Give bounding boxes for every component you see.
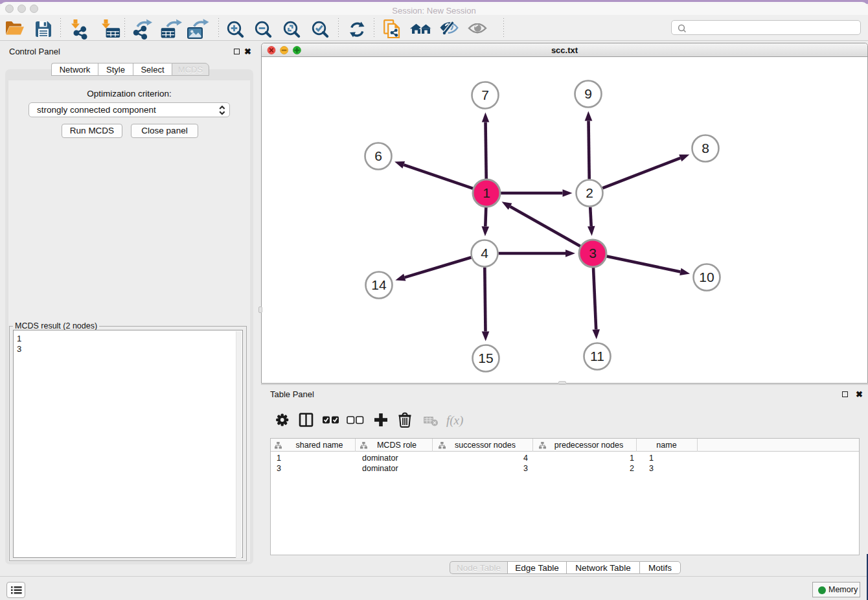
svg-text:14: 14	[371, 277, 387, 292]
svg-text:11: 11	[590, 349, 604, 363]
svg-text:10: 10	[699, 270, 714, 284]
svg-text:7: 7	[481, 87, 489, 102]
svg-text:15: 15	[478, 351, 493, 365]
svg-text:3: 3	[589, 246, 597, 260]
svg-text:f(x): f(x)	[446, 413, 463, 428]
svg-text:9: 9	[584, 86, 592, 101]
svg-text:1: 1	[483, 185, 490, 200]
svg-text:8: 8	[702, 141, 709, 156]
svg-text:2: 2	[586, 185, 593, 200]
svg-text:6: 6	[374, 148, 382, 163]
svg-text:4: 4	[481, 246, 488, 260]
